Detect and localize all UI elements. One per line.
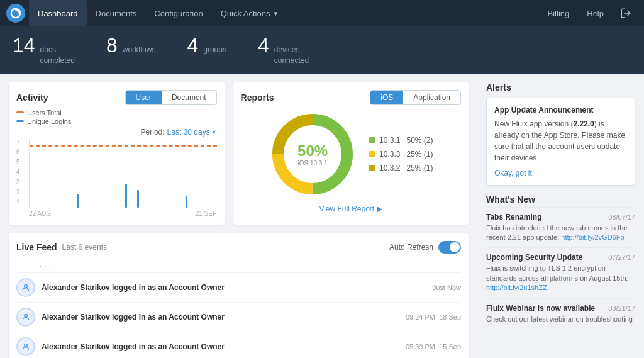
donut-row: 50% iOS 10.3.1 10.3.1 50% (2) bbox=[241, 110, 461, 198]
nav-bar: Dashboard Documents Configuration Quick … bbox=[0, 0, 644, 26]
logout-icon[interactable] bbox=[614, 0, 638, 26]
feed-time-0: Just Now bbox=[433, 284, 461, 291]
stat-workflows: 8 workflows bbox=[106, 34, 155, 66]
chevron-down-icon: ▼ bbox=[272, 10, 279, 17]
arrow-right-icon: ▶ bbox=[377, 204, 382, 213]
stat-docs-label: docscompleted bbox=[40, 45, 75, 66]
reports-legend: 10.3.1 50% (2) 10.3.3 25% (1) 10.3.2 25%… bbox=[369, 136, 433, 172]
activity-title: Activity bbox=[16, 92, 48, 103]
nav-item-dashboard[interactable]: Dashboard bbox=[29, 0, 87, 26]
stat-docs-number: 14 bbox=[13, 34, 35, 57]
activity-tab-group: User Document bbox=[125, 90, 217, 105]
reports-panel: Reports iOS Application bbox=[233, 82, 469, 225]
legend-row-1: 10.3.3 25% (1) bbox=[369, 150, 433, 159]
activity-panel: Activity User Document Users Total Uniqu… bbox=[9, 82, 225, 225]
feed-row-2: Alexander Starikov logged in as an Accou… bbox=[16, 332, 461, 358]
svg-point-6 bbox=[25, 284, 28, 288]
stat-groups-number: 4 bbox=[187, 34, 198, 57]
donut-chart-wrapper: 50% iOS 10.3.1 bbox=[269, 110, 357, 198]
top-panels-row: Activity User Document Users Total Uniqu… bbox=[9, 82, 469, 225]
news-title-1: Upcoming Security Update bbox=[486, 253, 582, 262]
feed-time-1: 09:24 PM, 18 Sep bbox=[406, 313, 461, 321]
news-link-1[interactable]: http://bit.ly/2u1shZZ bbox=[486, 284, 547, 291]
legend-area: Users Total Unique Logins bbox=[16, 109, 217, 125]
reports-title: Reports bbox=[241, 92, 274, 103]
news-date-0: 08/07/17 bbox=[608, 213, 635, 221]
feed-text-0: Alexander Starikov logged in as an Accou… bbox=[42, 283, 426, 292]
stat-devices: 4 devicesconnected bbox=[258, 34, 309, 66]
legend-row-2: 10.3.2 25% (1) bbox=[369, 164, 433, 172]
tab-ios[interactable]: iOS bbox=[370, 91, 403, 104]
chart-body bbox=[29, 139, 217, 208]
stat-devices-label: devicesconnected bbox=[274, 45, 309, 66]
period-label: Period: bbox=[141, 128, 165, 137]
nav-item-documents[interactable]: Documents bbox=[87, 0, 146, 26]
news-title-2: Fluix Webinar is now available bbox=[486, 304, 595, 313]
live-feed-title: Live Feed bbox=[16, 242, 57, 252]
view-report-link[interactable]: View Full Report ▶ bbox=[241, 204, 461, 213]
avatar-2 bbox=[16, 337, 35, 356]
legend-users-total: Users Total bbox=[16, 109, 217, 116]
whats-new-section: What's New Tabs Renaming 08/07/17 Fluix … bbox=[486, 194, 635, 329]
alerts-title: Alerts bbox=[486, 82, 635, 92]
alert-card: App Update Announcement New Fluix app ve… bbox=[486, 98, 635, 186]
auto-refresh-toggle[interactable] bbox=[438, 241, 461, 254]
legend-row-0: 10.3.1 50% (2) bbox=[369, 136, 433, 145]
feed-text-2: Alexander Starikov logged in as an Accou… bbox=[42, 342, 399, 351]
stat-docs: 14 docscompleted bbox=[13, 34, 75, 66]
feed-row-0: Alexander Starikov logged in as an Accou… bbox=[16, 272, 461, 302]
news-body-0: Fluix has introduced the new tab names i… bbox=[486, 223, 635, 243]
tab-document[interactable]: Document bbox=[162, 91, 216, 104]
stat-groups-label: groups bbox=[203, 45, 226, 54]
nav-right: Billing Help bbox=[540, 0, 638, 26]
stat-devices-number: 4 bbox=[258, 34, 269, 57]
reports-tab-group: iOS Application bbox=[370, 90, 461, 105]
nav-item-quick-actions[interactable]: Quick Actions ▼ bbox=[212, 0, 288, 26]
news-item-1: Upcoming Security Update 07/27/17 Fluix … bbox=[486, 247, 635, 298]
nav-billing[interactable]: Billing bbox=[540, 0, 577, 26]
alert-action-link[interactable]: Okay, got it. bbox=[494, 169, 534, 177]
right-sidebar: Alerts App Update Announcement New Fluix… bbox=[477, 74, 644, 358]
nav-logo bbox=[6, 4, 25, 23]
feed-time-2: 05:39 PM, 15 Sep bbox=[406, 343, 461, 350]
stat-workflows-label: workflows bbox=[123, 45, 156, 54]
nav-item-configuration[interactable]: Configuration bbox=[145, 0, 211, 26]
whats-new-title: What's New bbox=[486, 194, 635, 204]
chart-bars bbox=[30, 139, 217, 208]
news-body-1: Fluix is switching to TLS 1.2 encryption… bbox=[486, 264, 635, 293]
tab-application[interactable]: Application bbox=[403, 91, 460, 104]
avatar-0 bbox=[16, 278, 35, 297]
news-date-1: 07/27/17 bbox=[608, 254, 635, 261]
alert-card-title: App Update Announcement bbox=[494, 106, 627, 115]
activity-chart: 7654321 bbox=[16, 139, 217, 217]
nav-help[interactable]: Help bbox=[579, 0, 611, 26]
auto-refresh-label: Auto Refresh bbox=[389, 243, 433, 252]
feed-title-row: Live Feed Last 6 events bbox=[16, 242, 107, 252]
live-feed-subtitle: Last 6 events bbox=[62, 243, 107, 252]
svg-point-7 bbox=[25, 314, 28, 317]
period-selector[interactable]: Last 30 days ▼ bbox=[167, 128, 217, 137]
feed-dots: ... bbox=[16, 256, 461, 272]
stat-groups: 4 groups bbox=[187, 34, 226, 66]
auto-refresh-row: Auto Refresh bbox=[389, 241, 461, 254]
feed-row-1: Alexander Starikov logged in as an Accou… bbox=[16, 302, 461, 332]
alert-card-body: New Fluix app version (2.22.0) is alread… bbox=[494, 118, 627, 164]
live-feed-panel: Live Feed Last 6 events Auto Refresh ...… bbox=[9, 233, 469, 358]
news-link-0[interactable]: http://bit.ly/2vGD6Fp bbox=[561, 233, 624, 241]
feed-text-1: Alexander Starikov logged in as an Accou… bbox=[42, 313, 399, 322]
svg-point-8 bbox=[25, 344, 28, 347]
tab-user[interactable]: User bbox=[126, 91, 162, 104]
y-axis-labels: 7654321 bbox=[16, 139, 20, 206]
news-item-2: Fluix Webinar is now available 03/21/17 … bbox=[486, 298, 635, 329]
left-center-area: Activity User Document Users Total Uniqu… bbox=[0, 74, 477, 358]
donut-center-label: 50% iOS 10.3.1 bbox=[297, 142, 328, 166]
news-title-0: Tabs Renaming bbox=[486, 213, 541, 221]
news-date-2: 03/21/17 bbox=[608, 305, 635, 312]
period-row: Period: Last 30 days ▼ bbox=[16, 128, 217, 137]
news-item-0: Tabs Renaming 08/07/17 Fluix has introdu… bbox=[486, 207, 635, 248]
stats-bar: 14 docscompleted 8 workflows 4 groups 4 … bbox=[0, 26, 644, 74]
donut-sublabel: iOS 10.3.1 bbox=[297, 159, 328, 166]
stat-workflows-number: 8 bbox=[106, 34, 118, 57]
chevron-down-small-icon: ▼ bbox=[211, 129, 217, 135]
news-body-2: Check out our latest webinar on troubles… bbox=[486, 315, 635, 324]
